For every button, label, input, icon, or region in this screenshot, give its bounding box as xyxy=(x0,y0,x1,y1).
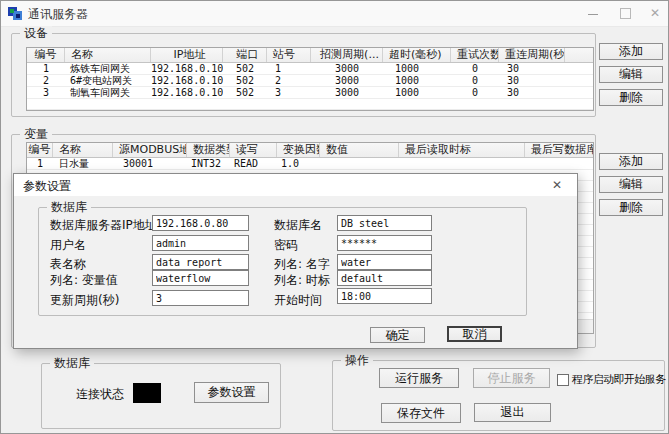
column-header[interactable]: 编号 xyxy=(27,143,53,157)
cell xyxy=(320,158,399,169)
app-icon xyxy=(8,6,23,21)
maximize-icon[interactable] xyxy=(612,4,638,22)
dialog-close-icon[interactable]: ✕ xyxy=(549,177,565,193)
username-input[interactable] xyxy=(152,235,249,251)
cell: INT32 xyxy=(187,158,230,169)
variables-group-label: 变量 xyxy=(20,127,52,141)
variables-delete-button[interactable]: 删除 xyxy=(599,199,663,216)
cell: 2 xyxy=(267,75,311,86)
column-header[interactable]: 数据类型 xyxy=(187,143,230,157)
update-period-label: 更新周期(秒) xyxy=(50,292,119,309)
cell: 0 xyxy=(451,75,499,86)
parameter-settings-dialog: 参数设置 ✕ 数据库 数据库服务器IP地址 用户名 表名称 列名: 变量值 更新… xyxy=(13,173,578,349)
column-header[interactable]: 数值 xyxy=(320,143,399,157)
cell: 30 xyxy=(499,63,565,74)
column-header[interactable]: 重试次数 xyxy=(451,48,499,62)
column-timestamp-input[interactable] xyxy=(337,270,432,286)
column-header[interactable]: 编号 xyxy=(27,48,65,62)
db-server-ip-label: 数据库服务器IP地址 xyxy=(50,217,157,234)
autostart-checkbox-label[interactable]: 程序启动即开始服务 xyxy=(572,372,666,387)
cell: 3 xyxy=(27,87,65,98)
column-name-input[interactable] xyxy=(337,254,432,270)
cell xyxy=(399,158,525,169)
variables-table-header: 编号 名称 源MODBUS地址 数据类型 读写 变换因数 数值 最后读取时标 最… xyxy=(27,143,593,158)
column-value-input[interactable] xyxy=(152,270,249,286)
table-row[interactable]: 1 炼铁车间网关 192.168.0.10 502 1 3000 1000 0 … xyxy=(27,63,593,75)
column-header[interactable]: 端口 xyxy=(223,48,267,62)
table-row[interactable]: 2 6#变电站网关 192.168.0.10 502 2 3000 1000 0… xyxy=(27,75,593,87)
cell: 502 xyxy=(223,75,267,86)
password-input[interactable] xyxy=(337,235,432,251)
column-header[interactable]: 超时(毫秒) xyxy=(383,48,451,62)
devices-edit-button[interactable]: 编辑 xyxy=(599,66,663,83)
close-icon[interactable]: ✕ xyxy=(642,4,668,22)
table-row[interactable]: 3 制氧车间网关 192.168.0.10 502 3 3000 1000 0 … xyxy=(27,87,593,99)
update-period-input[interactable] xyxy=(152,290,249,306)
column-header[interactable]: 源MODBUS地址 xyxy=(113,143,187,157)
db-server-ip-input[interactable] xyxy=(152,215,249,231)
cell: 0 xyxy=(451,87,499,98)
column-header[interactable]: 站号 xyxy=(267,48,311,62)
devices-delete-button[interactable]: 删除 xyxy=(599,89,663,106)
cell: 1000 xyxy=(383,75,451,86)
column-header[interactable]: 名称 xyxy=(65,48,151,62)
connection-status-label: 连接状态 xyxy=(76,386,124,403)
table-row[interactable]: 1 日水量 30001 INT32 READ 1.0 xyxy=(27,158,593,170)
start-time-label: 开始时间 xyxy=(274,292,322,309)
cell xyxy=(565,75,593,86)
cell: 3000 xyxy=(311,87,383,98)
devices-table-header: 编号 名称 IP地址 端口 站号 招测周期(... 超时(毫秒) 重试次数 重连… xyxy=(27,48,593,63)
db-name-input[interactable] xyxy=(337,215,432,231)
cell: 2 xyxy=(27,75,65,86)
column-header[interactable]: 读写 xyxy=(230,143,277,157)
cell xyxy=(565,87,593,98)
dialog-title: 参数设置 xyxy=(23,178,71,195)
password-label: 密码 xyxy=(274,237,298,254)
cell: 0 xyxy=(451,63,499,74)
ok-button[interactable]: 确定 xyxy=(370,327,425,343)
stop-service-button[interactable]: 停止服务 xyxy=(473,368,550,388)
devices-table-empty-area xyxy=(27,99,593,111)
column-value-label: 列名: 变量值 xyxy=(50,272,118,289)
column-header[interactable]: 最后写数据库时 xyxy=(525,143,593,157)
minimize-icon[interactable] xyxy=(580,4,606,22)
devices-add-button[interactable]: 添加 xyxy=(599,43,663,60)
variables-add-button[interactable]: 添加 xyxy=(599,153,663,170)
run-service-button[interactable]: 运行服务 xyxy=(379,368,459,388)
dialog-title-bar: 参数设置 ✕ xyxy=(14,174,577,196)
column-header[interactable]: 最后读取时标 xyxy=(399,143,525,157)
column-header[interactable]: IP地址 xyxy=(151,48,223,62)
column-header[interactable]: 变换因数 xyxy=(277,143,320,157)
dialog-database-group-label: 数据库 xyxy=(47,200,91,214)
cell: 192.168.0.10 xyxy=(151,63,223,74)
parameter-settings-button[interactable]: 参数设置 xyxy=(194,382,269,403)
cell: 1 xyxy=(267,63,311,74)
cell: 1 xyxy=(27,158,53,169)
exit-button[interactable]: 退出 xyxy=(474,403,551,422)
cell: 192.168.0.10 xyxy=(151,75,223,86)
column-header[interactable]: 名称 xyxy=(53,143,113,157)
window-title: 通讯服务器 xyxy=(28,6,88,23)
column-timestamp-label: 列名: 时标 xyxy=(274,272,330,289)
connection-status-indicator xyxy=(133,383,161,403)
column-header[interactable]: 重连周期(秒) xyxy=(499,48,565,62)
table-name-input[interactable] xyxy=(152,254,249,270)
table-name-label: 表名称 xyxy=(50,256,86,273)
column-header[interactable]: 招测周期(... xyxy=(311,48,383,62)
start-time-input[interactable] xyxy=(337,288,432,304)
devices-group-label: 设备 xyxy=(20,26,52,40)
cell: READ xyxy=(230,158,277,169)
cell: 30 xyxy=(499,75,565,86)
cell: 30001 xyxy=(113,158,187,169)
cell: 1000 xyxy=(383,87,451,98)
username-label: 用户名 xyxy=(50,237,86,254)
app-window: 通讯服务器 ✕ 设备 编号 名称 IP地址 端口 站号 招测周期(... 超时(… xyxy=(0,0,669,434)
autostart-checkbox[interactable] xyxy=(557,374,569,386)
cell: 30 xyxy=(499,87,565,98)
cancel-button[interactable]: 取消 xyxy=(447,326,502,342)
cell xyxy=(525,158,593,169)
variables-edit-button[interactable]: 编辑 xyxy=(599,176,663,193)
save-file-button[interactable]: 保存文件 xyxy=(381,403,461,423)
column-name-label: 列名: 名字 xyxy=(274,256,330,273)
cell: 192.168.0.10 xyxy=(151,87,223,98)
